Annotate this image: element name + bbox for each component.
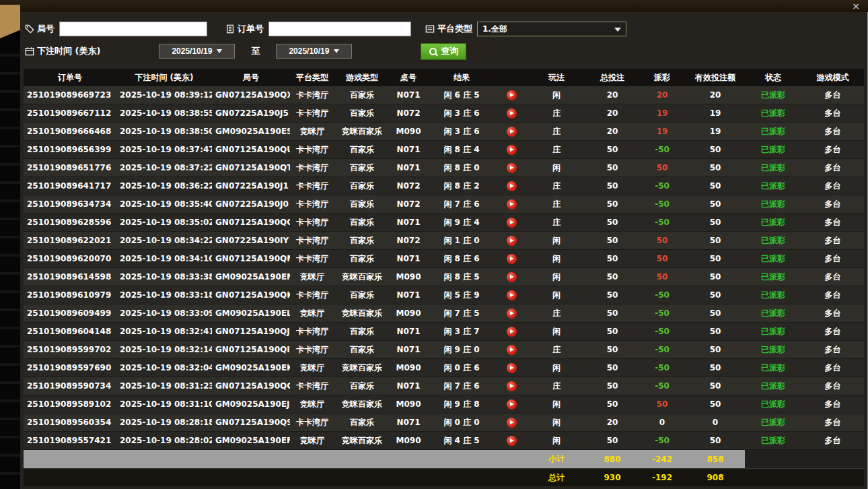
cell-bet: 50 — [586, 159, 639, 176]
cell-valid: 50 — [686, 286, 745, 304]
cell-side: 闲 — [527, 414, 586, 431]
cell-game: 百家乐 — [334, 195, 390, 213]
date-from-button[interactable]: 2025/10/19 — [159, 44, 235, 59]
cell-result: 闲 9 庄 0 — [427, 341, 496, 358]
replay-button[interactable] — [496, 86, 527, 104]
subtotal-row: 小计 880 -242 858 — [24, 450, 864, 468]
cell-result: 闲 8 庄 4 — [427, 141, 496, 158]
replay-button[interactable] — [496, 323, 527, 340]
query-button[interactable]: 查询 — [421, 43, 466, 60]
cell-payout: -50 — [639, 304, 686, 322]
cell-mode: 多台 — [801, 141, 864, 158]
replay-button[interactable] — [496, 304, 527, 322]
replay-button[interactable] — [496, 359, 527, 377]
replay-button[interactable] — [496, 159, 527, 176]
filter-row-2: 下注时间 (美东) 2025/10/19 至 2025/10/19 查询 — [24, 41, 867, 61]
replay-button[interactable] — [496, 414, 527, 431]
cell-result: 闲 4 庄 5 — [427, 432, 496, 449]
cell-valid: 50 — [686, 214, 745, 231]
cell-game: 竞咪百家乐 — [334, 432, 390, 449]
screen: × 局号 订单号 平台类型 1.全部 — [0, 0, 868, 489]
column-header — [496, 69, 527, 86]
cell-round: GM09025A190EL — [212, 304, 290, 322]
cell-table: N071 — [390, 86, 427, 104]
replay-button[interactable] — [496, 377, 527, 395]
cell-round: GN07125A190QM — [212, 250, 290, 267]
cell-mode: 多台 — [801, 395, 864, 413]
side-tab[interactable] — [0, 5, 20, 38]
replay-button[interactable] — [496, 232, 527, 249]
cell-time: 2025-10-19 08:38:50 — [116, 123, 212, 140]
list-icon — [425, 24, 435, 34]
cell-valid: 50 — [686, 377, 745, 395]
cell-game: 竞咪百家乐 — [334, 268, 390, 286]
replay-button[interactable] — [496, 177, 527, 195]
cell-valid: 50 — [686, 141, 745, 158]
cell-result: 闲 9 庄 8 — [427, 395, 496, 413]
cell-bet: 20 — [586, 104, 639, 122]
replay-button[interactable] — [496, 141, 527, 158]
date-to-button[interactable]: 2025/10/19 — [276, 44, 352, 59]
cell-round: GN07225A190IY — [212, 232, 290, 249]
cell-round: GN07125A190QK — [212, 286, 290, 304]
cell-platform: 卡卡湾厅 — [290, 232, 334, 249]
replay-button[interactable] — [496, 104, 527, 122]
cell-side: 闲 — [527, 232, 586, 249]
cell-platform: 卡卡湾厅 — [290, 414, 334, 431]
cell-table: N071 — [390, 414, 427, 431]
table-row: 2510190896697232025-10-19 08:39:12GN0712… — [24, 86, 864, 104]
replay-button[interactable] — [496, 214, 527, 231]
cell-table: M090 — [390, 123, 427, 140]
cell-order: 251019089628596 — [24, 214, 116, 231]
cell-round: GN07225A190J5 — [212, 104, 290, 122]
replay-button[interactable] — [496, 341, 527, 358]
column-header: 状态 — [745, 69, 801, 86]
cell-side: 庄 — [527, 177, 586, 195]
replay-button[interactable] — [496, 432, 527, 449]
cell-mode: 多台 — [801, 432, 864, 449]
replay-button[interactable] — [496, 250, 527, 267]
replay-button[interactable] — [496, 395, 527, 413]
cell-time: 2025-10-19 08:35:40 — [116, 195, 212, 213]
table-row: 2510190895976902025-10-19 08:32:04GM0902… — [24, 359, 864, 377]
replay-button[interactable] — [496, 123, 527, 140]
play-icon — [507, 236, 517, 246]
replay-button[interactable] — [496, 268, 527, 286]
document-icon — [225, 24, 235, 34]
close-icon[interactable]: × — [852, 0, 860, 12]
subtotal-trailing — [745, 450, 864, 468]
platform-type-select[interactable]: 1.全部 — [477, 22, 626, 36]
cell-platform: 卡卡湾厅 — [290, 250, 334, 267]
cell-mode: 多台 — [801, 414, 864, 431]
cell-result: 闲 7 庄 5 — [427, 304, 496, 322]
cell-payout: 50 — [639, 250, 686, 267]
cell-platform: 卡卡湾厅 — [290, 141, 334, 158]
cell-status: 已派彩 — [745, 177, 801, 195]
play-icon — [507, 254, 517, 264]
replay-button[interactable] — [496, 195, 527, 213]
cell-platform: 卡卡湾厅 — [290, 159, 334, 176]
play-icon — [507, 418, 517, 428]
cell-valid: 50 — [686, 395, 745, 413]
table-row: 2510190896041482025-10-19 08:32:41GN0712… — [24, 323, 864, 341]
cell-bet: 20 — [586, 123, 639, 140]
cell-status: 已派彩 — [745, 359, 801, 377]
table-body: 2510190896697232025-10-19 08:39:12GN0712… — [24, 86, 864, 450]
cell-round: GN07125A190Q9 — [212, 414, 290, 431]
cell-payout: 50 — [639, 232, 686, 249]
cell-round: GN07125A190QX — [212, 86, 290, 104]
cell-bet: 20 — [586, 86, 639, 104]
play-icon — [507, 381, 517, 391]
cell-status: 已派彩 — [745, 286, 801, 304]
cell-side: 庄 — [527, 141, 586, 158]
order-input[interactable] — [268, 22, 411, 36]
column-header: 结果 — [427, 69, 496, 86]
cell-table: N071 — [390, 141, 427, 158]
table-row: 2510190895603542025-10-19 08:28:18GN0712… — [24, 414, 864, 432]
play-icon — [507, 399, 517, 410]
table-row: 2510190896671122025-10-19 08:38:55GN0722… — [24, 104, 864, 123]
round-input[interactable] — [59, 22, 207, 36]
replay-button[interactable] — [496, 286, 527, 304]
cell-time: 2025-10-19 08:33:38 — [116, 268, 212, 286]
cell-table: N072 — [390, 177, 427, 195]
